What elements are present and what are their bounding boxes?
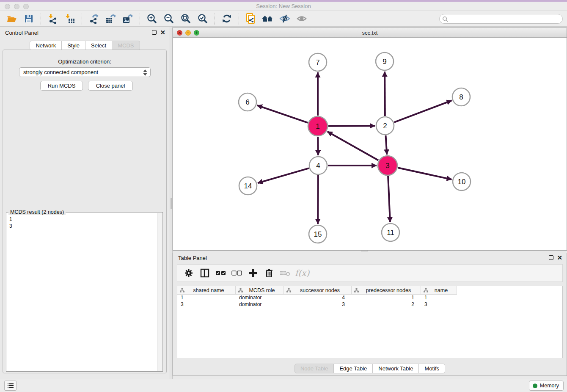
column-header-successor-nodes[interactable]: successor nodes <box>284 286 352 294</box>
refresh-icon[interactable] <box>220 12 233 25</box>
table-cell[interactable]: 3 <box>177 301 236 308</box>
search-input[interactable] <box>439 14 563 24</box>
svg-text:1: 1 <box>316 122 319 130</box>
zoom-in-icon[interactable] <box>146 12 158 25</box>
zoom-selected-icon[interactable] <box>196 12 209 25</box>
table-row[interactable]: 1dominator411 <box>177 295 562 301</box>
table-cell[interactable]: 3 <box>421 301 457 308</box>
memory-status-icon <box>533 384 537 388</box>
float-table-panel-icon[interactable] <box>549 255 553 260</box>
graph-edge-3-10[interactable] <box>398 168 451 179</box>
graph-node-14[interactable]: 14 <box>239 177 257 195</box>
graph-node-8[interactable]: 8 <box>452 88 470 106</box>
table-cell[interactable]: 4 <box>284 295 352 301</box>
table-cell[interactable]: 2 <box>352 301 421 308</box>
save-session-icon[interactable] <box>22 12 35 25</box>
run-mcds-button[interactable]: Run MCDS <box>40 81 83 91</box>
svg-text:7: 7 <box>316 58 319 66</box>
import-network-icon[interactable] <box>47 12 59 25</box>
tab-network[interactable]: Network <box>30 41 62 50</box>
optimization-criterion-select[interactable]: strongly connected component <box>19 67 151 77</box>
table-cell[interactable]: dominator <box>236 301 284 308</box>
mcds-result-scrollbar[interactable] <box>157 213 162 371</box>
network-canvas[interactable]: 1234678910111415 <box>173 38 567 250</box>
hide-eye-icon[interactable] <box>278 12 291 25</box>
graph-edge-4-14[interactable] <box>258 168 309 183</box>
table-cell[interactable]: 1 <box>421 295 457 301</box>
graph-edge-2-8[interactable] <box>394 100 452 122</box>
vertical-splitter[interactable] <box>170 27 173 379</box>
network-window-title: scc.txt <box>173 30 567 36</box>
tab-motifs[interactable]: Motifs <box>419 364 445 373</box>
list-icon <box>7 383 14 389</box>
graph-edge-3-1[interactable] <box>328 132 379 160</box>
tab-edge-table[interactable]: Edge Table <box>334 364 373 373</box>
tab-mcds[interactable]: MCDS <box>112 41 140 50</box>
add-row-icon[interactable] <box>246 267 260 279</box>
deselect-all-icon[interactable] <box>230 267 244 279</box>
export-network-icon[interactable] <box>88 12 100 25</box>
home-networks-icon[interactable] <box>261 12 274 25</box>
graph-node-3[interactable]: 3 <box>378 156 397 175</box>
table-row[interactable]: 3dominator323 <box>177 301 562 308</box>
toolbar-separator <box>140 13 140 25</box>
close-panel-icon[interactable]: ✕ <box>160 30 165 35</box>
show-columns-icon[interactable] <box>198 267 212 279</box>
open-session-icon[interactable] <box>6 12 18 25</box>
network-document-icon[interactable] <box>245 12 257 25</box>
close-table-panel-icon[interactable]: ✕ <box>557 255 562 260</box>
show-eye-icon[interactable] <box>295 12 308 25</box>
network-graph[interactable]: 1234678910111415 <box>173 38 567 250</box>
tab-network-table[interactable]: Network Table <box>373 364 419 373</box>
graph-edge-3-11[interactable] <box>388 176 390 222</box>
table-cell[interactable]: 1 <box>177 295 236 301</box>
graph-node-10[interactable]: 10 <box>453 173 471 190</box>
export-table-icon[interactable] <box>105 12 117 25</box>
graph-node-11[interactable]: 11 <box>382 224 399 241</box>
memory-button[interactable]: Memory <box>529 381 564 391</box>
network-window-titlebar[interactable]: ✕ − + scc.txt <box>173 28 567 38</box>
float-panel-icon[interactable] <box>152 30 157 35</box>
select-all-icon[interactable] <box>214 267 228 279</box>
column-header-shared-name[interactable]: shared name <box>177 286 236 294</box>
tab-node-table[interactable]: Node Table <box>295 364 334 373</box>
graph-edge-1-2[interactable] <box>328 126 375 126</box>
graph-node-7[interactable]: 7 <box>309 53 327 71</box>
import-table-icon[interactable] <box>63 12 76 25</box>
toolbar-separator <box>239 13 239 25</box>
graph-node-9[interactable]: 9 <box>376 52 394 70</box>
graph-node-15[interactable]: 15 <box>309 225 327 243</box>
control-panel: Control Panel ✕ NetworkStyleSelectMCDS O… <box>0 28 170 374</box>
svg-text:3: 3 <box>385 162 389 170</box>
splitter-grip[interactable] <box>171 198 172 209</box>
status-bar: Memory <box>0 379 567 392</box>
graph-node-4[interactable]: 4 <box>309 157 327 174</box>
mcds-panel: Optimization criterion: strongly connect… <box>3 50 167 373</box>
table-cell[interactable]: 3 <box>284 301 352 308</box>
tab-select[interactable]: Select <box>85 41 112 50</box>
zoom-out-icon[interactable] <box>162 12 175 25</box>
column-header-MCDS-role[interactable]: MCDS role <box>236 286 284 294</box>
tab-style[interactable]: Style <box>62 41 85 50</box>
graph-edge-2-3[interactable] <box>385 135 387 155</box>
column-header-name[interactable]: name <box>421 286 457 294</box>
column-header-predecessor-nodes[interactable]: predecessor nodes <box>352 286 421 294</box>
result-line: 1 <box>9 216 154 223</box>
zoom-fit-icon[interactable] <box>179 12 192 25</box>
graph-edge-2-9[interactable] <box>385 72 385 116</box>
graph-edge-1-6[interactable] <box>257 105 308 123</box>
svg-text:2: 2 <box>383 122 387 130</box>
table-panel-title: Table Panel <box>178 255 207 261</box>
graph-node-1[interactable]: 1 <box>308 116 328 136</box>
graph-node-2[interactable]: 2 <box>376 117 394 135</box>
task-history-button[interactable] <box>4 381 17 391</box>
graph-node-6[interactable]: 6 <box>239 93 256 111</box>
export-image-icon[interactable] <box>121 12 134 25</box>
svg-text:6: 6 <box>245 98 249 106</box>
graph-edge-4-15[interactable] <box>318 175 318 224</box>
delete-row-icon[interactable] <box>262 267 276 279</box>
table-cell[interactable]: 1 <box>352 295 421 301</box>
settings-gear-icon[interactable] <box>182 267 195 279</box>
table-cell[interactable]: dominator <box>236 295 284 301</box>
close-panel-button[interactable]: Close panel <box>88 81 133 91</box>
